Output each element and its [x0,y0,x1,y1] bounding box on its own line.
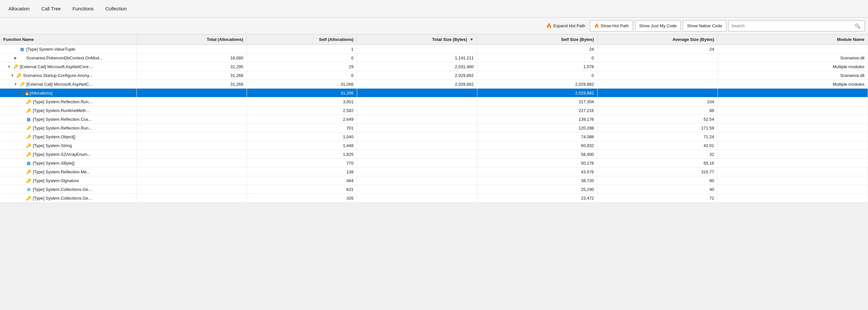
table-row[interactable]: ▦ [Type] System.Reflection.Cus... 2,6491… [0,115,868,124]
self-size-cell: 58,400 [477,150,597,159]
show-hot-path-button[interactable]: 🔥 Show Hot Path [590,21,633,32]
search-input[interactable] [728,21,852,31]
fn-name-cell: ▼ 🔑 Scenarios.Startup.Configure.Anony... [0,71,136,80]
show-just-my-code-button[interactable]: Show Just My Code [635,21,681,32]
fn-name-cell: ⊞ [Type] System.Collections.Ge... [0,185,136,194]
expand-hot-path-label: Expand Hot Path [553,23,585,28]
total-alloc-cell [136,106,247,115]
table-row[interactable]: 🔑 [Type] System.Signature 48438,72080 [0,176,868,185]
tab-collection[interactable]: Collection [99,3,132,14]
self-size-cell: 317,304 [477,97,597,106]
self-size-cell: 50,176 [477,159,597,168]
self-size-cell: 24 [477,45,597,54]
col-header-self-alloc: Self (Allocations) [247,34,357,45]
module-cell [717,150,868,159]
module-cell [717,176,868,185]
collapse-btn[interactable]: ▼ [10,73,15,78]
module-cell [717,89,868,97]
self-alloc-cell: 138 [247,168,357,176]
fn-name-text: [Allocations] [30,91,52,96]
table-row[interactable]: ▼ △🔥 [Allocations] 31,2662,029,882 [0,89,868,97]
show-native-code-button[interactable]: Show Native Code [683,21,726,32]
table-row[interactable]: 🔑 [Type] System.String 1,44860,83242.01 [0,141,868,150]
module-cell [717,141,868,150]
search-box[interactable]: 🔍 [728,21,865,32]
self-size-cell: 2,029,882 [477,80,597,89]
table-row[interactable]: ▼ 🔑 [External Call] Microsoft.AspNetCore… [0,62,868,71]
table-row[interactable]: ⊞ [Type] System.Collections.Ge... 63125,… [0,185,868,194]
table-row[interactable]: 🔑 [Type] System.Reflection.Me... 13843,5… [0,168,868,176]
show-hot-path-label: Show Hot Path [600,23,629,28]
expand-hot-path: 🔥 Expand Hot Path [546,23,585,29]
total-size-cell: 2,029,882 [357,80,477,89]
module-cell [717,97,868,106]
main-table: Function Name Total (Allocations) Self (… [0,34,868,203]
self-size-cell: 43,576 [477,168,597,176]
module-cell: Scenarios.dll [717,71,868,80]
total-size-cell [357,150,477,159]
total-alloc-cell: 18,080 [136,54,247,62]
table-row[interactable]: 🔑 [Type] System.Reflection.Run... 3,0513… [0,97,868,106]
hot-path-btn-icon: 🔥 [594,23,599,28]
expand-btn[interactable]: ▶ [13,55,18,60]
fn-name-cell: ▼ 🔑 [External Call] Microsoft.AspNetCore… [0,62,136,71]
tab-allocation[interactable]: Allocation [3,3,35,14]
orange-key-icon: 🔑 [26,196,31,201]
col-header-self-size: Self Size (Bytes) [477,34,597,45]
avg-size-cell: 88 [597,106,717,115]
table-row[interactable]: 🔑 [Type] System.Object[] 1,04074,08871.2… [0,132,868,141]
fn-name-text: [Type] System.Reflection.Run... [33,126,92,131]
orange-key-icon: 🔑 [26,152,31,157]
self-alloc-cell: 701 [247,124,357,132]
avg-size-cell: 315.77 [597,168,717,176]
orange-key-icon: 🔑 [26,108,31,113]
self-alloc-cell: 770 [247,159,357,168]
table-row[interactable]: 🔑 [Type] System.SZArrayEnum... 1,82558,4… [0,150,868,159]
self-size-cell: 2,029,882 [477,89,597,97]
tab-functions[interactable]: Functions [67,3,99,14]
orange-key-icon: 🔑 [16,73,22,78]
col-header-total-size[interactable]: Total Size (Bytes) ▼ [357,34,477,45]
fn-name-text: [External Call] Microsoft.AspNetCore.... [20,64,93,69]
show-just-my-code-label: Show Just My Code [639,23,677,28]
col-header-total-alloc: Total (Allocations) [136,34,247,45]
table-row[interactable]: 🔑 [Type] System.RuntimeMeth... 2,582227,… [0,106,868,115]
module-cell: Scenarios.dll [717,54,868,62]
self-size-cell: 139,176 [477,115,597,124]
self-alloc-cell: 1,040 [247,132,357,141]
total-size-cell [357,159,477,168]
fn-name-cell: 🔑 [Type] System.Reflection.Run... [0,124,136,132]
table-row[interactable]: 🔑 [Type] System.Collections.Ge... 32623,… [0,194,868,203]
fn-name-text: [Type] System.Reflection.Run... [33,99,92,104]
orange-key-icon: 🔑 [26,99,31,104]
self-alloc-cell: 0 [247,71,357,80]
total-size-cell [357,194,477,203]
module-cell [717,124,868,132]
total-alloc-cell: 31,266 [136,80,247,89]
table-row[interactable]: ▶ Scenarios.PokemonDbContext.OnMod... 18… [0,54,868,62]
avg-size-cell: 42.01 [597,141,717,150]
avg-size-cell: 171.59 [597,124,717,132]
module-cell: Multiple modules [717,62,868,71]
self-alloc-cell: 0 [247,54,357,62]
collapse-btn[interactable]: ▼ [16,90,22,96]
collapse-btn[interactable]: ▼ [6,64,12,69]
total-size-cell [357,132,477,141]
collapse-btn[interactable]: ▼ [13,81,18,87]
total-alloc-cell [136,45,247,54]
fn-name-cell: ▦ [Type] System.Reflection.Cus... [0,115,136,124]
show-native-code-label: Show Native Code [687,23,722,28]
tab-call-tree[interactable]: Call Tree [35,3,67,14]
col-header-avg-size: Average Size (Bytes) [597,34,717,45]
avg-size-cell [597,71,717,80]
search-icon[interactable]: 🔍 [852,23,863,29]
total-alloc-cell [136,150,247,159]
total-alloc-cell [136,124,247,132]
table-row[interactable]: ▼ 🔑 [External Call] Microsoft.AspNetC...… [0,80,868,89]
table-row[interactable]: ▼ 🔑 Scenarios.Startup.Configure.Anony...… [0,71,868,80]
self-size-cell: 120,288 [477,124,597,132]
table-row[interactable]: ▦ [Type] System.ValueTuple 12424 [0,45,868,54]
table-row[interactable]: 🔑 [Type] System.Reflection.Run... 701120… [0,124,868,132]
table-row[interactable]: ▦ [Type] System.SByte[] 77050,17665.16 [0,159,868,168]
sort-arrow-total-size: ▼ [470,37,474,42]
